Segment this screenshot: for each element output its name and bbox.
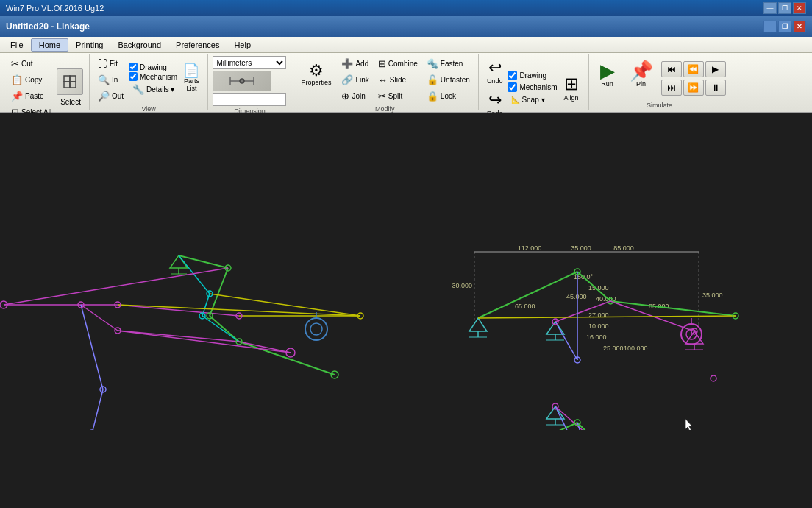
svg-text:85.000: 85.000 (613, 244, 634, 252)
svg-rect-2 (64, 82, 70, 88)
fit-button[interactable]: ⛶ Fit (94, 56, 127, 71)
modify-col-3: 🔩 Fasten 🔓 Unfasten 🔒 Lock (423, 56, 474, 104)
zoom-in-icon: 🔍 (98, 74, 110, 85)
parts-list-icon: 📄 (183, 64, 199, 77)
zoom-in-button[interactable]: 🔍 In (94, 72, 127, 88)
link-button[interactable]: 🔗 Link (338, 72, 372, 88)
parts-list-button[interactable]: 📄 PartsList (179, 62, 203, 99)
mechanism-checkbox-label[interactable]: Mechanism (129, 72, 178, 81)
app-restore-btn[interactable]: ❐ (778, 21, 791, 32)
run-icon: ▶ (600, 61, 615, 80)
app-minimize-btn[interactable]: — (763, 21, 777, 32)
menu-file[interactable]: File (3, 39, 31, 51)
combine-button[interactable]: ⊞ Combine (374, 56, 421, 71)
zoom-out-button[interactable]: 🔎 Out (94, 88, 127, 104)
svg-rect-1 (70, 76, 76, 82)
properties-label: Properties (301, 79, 331, 86)
svg-text:112.000: 112.000 (518, 244, 542, 252)
edit-mechanism-checkbox[interactable] (508, 82, 517, 92)
slide-icon: ↔ (378, 74, 388, 85)
menu-background[interactable]: Background (110, 39, 168, 51)
edit-drawing-checkbox[interactable] (508, 71, 517, 80)
split-button[interactable]: ✂ Split (374, 88, 421, 104)
os-win-controls: — ❐ ✕ (763, 2, 806, 14)
edit-drawing-label[interactable]: Drawing (508, 71, 557, 80)
paste-button[interactable]: 📌 Paste (7, 88, 55, 104)
fasten-button[interactable]: 🔩 Fasten (423, 56, 474, 71)
add-button[interactable]: ➕ Add (338, 56, 372, 71)
ribbon-group-view: ⛶ Fit 🔍 In 🔎 Out Drawing (90, 54, 208, 110)
drawing-checkbox-label[interactable]: Drawing (129, 63, 178, 71)
undo-icon: ↩ (488, 58, 502, 77)
cut-icon: ✂ (11, 58, 19, 69)
pin-icon: 📌 (630, 61, 653, 80)
snap-button[interactable]: 📐 Snap ▾ (508, 94, 557, 105)
svg-rect-3 (70, 82, 76, 88)
link-label: Link (355, 76, 368, 84)
ribbon-group-simulate: ▶ Run 📌 Pin ⏮ ⏪ ▶ ⏭ ⏩ ⏸ (589, 54, 730, 110)
svg-text:25.000: 25.000 (603, 345, 624, 352)
snap-label: Snap ▾ (521, 96, 544, 104)
edit-group-content: ↩ Undo ↪ Redo Drawing Mechanis (483, 56, 584, 119)
ribbon-group-edit: ↩ Undo ↪ Redo Drawing Mechanis (479, 54, 589, 110)
undo-label: Undo (487, 77, 503, 85)
edit-checks-col: Drawing Mechanism 📐 Snap ▾ (508, 71, 557, 105)
unfasten-button[interactable]: 🔓 Unfasten (423, 72, 474, 88)
lock-button[interactable]: 🔒 Lock (423, 88, 474, 104)
drawing-checkbox[interactable] (129, 63, 138, 71)
fit-icon: ⛶ (98, 58, 107, 69)
sim-nav-prev-btn[interactable]: ⏪ (683, 61, 704, 77)
main-canvas[interactable]: 35.000 112.000 85.000 30.000 35.000 65.0… (0, 113, 812, 430)
fasten-label: Fasten (441, 60, 463, 68)
dimension-input[interactable] (213, 93, 286, 106)
ribbon-group-dimension: Millimeters Inches Centimeters (208, 54, 291, 110)
view-group-label: View (94, 104, 203, 113)
menu-printing[interactable]: Printing (68, 39, 110, 51)
edit-mechanism-label[interactable]: Mechanism (508, 82, 557, 92)
dimension-icon (213, 71, 271, 91)
select-button[interactable]: Select (57, 96, 85, 108)
unit-select[interactable]: Millimeters Inches Centimeters (213, 56, 286, 69)
app-close-btn[interactable]: ✕ (793, 21, 806, 32)
svg-text:16.000: 16.000 (586, 334, 607, 341)
properties-button[interactable]: ⚙ Properties (296, 60, 336, 100)
menu-preferences[interactable]: Preferences (168, 39, 227, 51)
svg-rect-0 (64, 76, 70, 82)
combine-icon: ⊞ (378, 58, 386, 69)
parts-list-label: PartsList (184, 77, 199, 92)
mechanism-checkbox[interactable] (129, 72, 138, 81)
paste-icon: 📌 (11, 91, 23, 102)
details-button[interactable]: 🔧 Details ▾ (129, 82, 178, 97)
os-close-btn[interactable]: ✕ (793, 2, 806, 14)
cut-button[interactable]: ✂ Cut (7, 56, 55, 71)
select-label: Select (60, 98, 81, 106)
svg-text:45.000: 45.000 (566, 293, 587, 300)
sim-nav-next-btn[interactable]: ⏩ (683, 80, 704, 96)
pin-button[interactable]: 📌 Pin (623, 58, 660, 99)
os-restore-btn[interactable]: ❐ (778, 2, 791, 14)
slide-button[interactable]: ↔ Slide (374, 72, 421, 88)
sim-nav-play-btn[interactable]: ▶ (705, 61, 726, 77)
canvas-area[interactable]: 35.000 112.000 85.000 30.000 35.000 65.0… (0, 113, 812, 508)
join-button[interactable]: ⊕ Join (338, 88, 372, 104)
ribbon-group-modify: ⚙ Properties ➕ Add 🔗 Link ⊕ Join (291, 54, 478, 110)
svg-text:100.000: 100.000 (624, 345, 648, 352)
sim-nav-first-btn[interactable]: ⏮ (661, 61, 682, 77)
split-icon: ✂ (378, 91, 386, 102)
modify-group-content: ⚙ Properties ➕ Add 🔗 Link ⊕ Join (296, 56, 473, 104)
svg-text:30.000: 30.000 (452, 282, 472, 289)
view-col-parts: 📄 PartsList (179, 62, 203, 99)
menu-help[interactable]: Help (227, 39, 258, 51)
run-button[interactable]: ▶ Run (594, 58, 622, 99)
undo-button[interactable]: ↩ Undo (483, 56, 507, 87)
unfasten-label: Unfasten (441, 76, 470, 84)
menu-home[interactable]: Home (31, 38, 68, 52)
copy-button[interactable]: 📋 Copy (7, 72, 55, 88)
sim-nav-last-btn[interactable]: ⏭ (661, 80, 682, 96)
os-title-text: Win7 Pro VL.Of.2016 Ug12 (6, 4, 104, 13)
unfasten-icon: 🔓 (427, 74, 438, 85)
sim-nav-pause-btn[interactable]: ⏸ (705, 80, 726, 96)
os-minimize-btn[interactable]: — (763, 2, 777, 14)
align-button[interactable]: ⊞ Align (559, 71, 584, 105)
properties-icon: ⚙ (309, 63, 324, 79)
